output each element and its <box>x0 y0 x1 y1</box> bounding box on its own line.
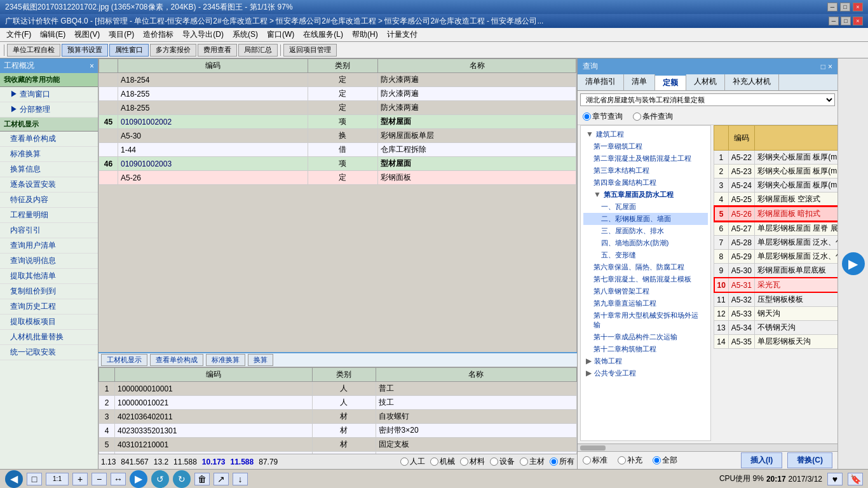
menu-view[interactable]: 视图(V) <box>71 28 104 41</box>
sub-table-row[interactable]: 5 403101210001 材 固定支板 <box>99 438 577 452</box>
sidebar-dept-organize[interactable]: ▶ 分部整理 <box>0 102 98 118</box>
sub-btn-price[interactable]: 查看单价构成 <box>150 354 203 366</box>
rt-row[interactable]: 3 A5-24 彩钢夹心板屋面 板厚(mm) 100 10m2 2324.1 2… <box>714 179 838 193</box>
radio-main-mat[interactable]: 主材 <box>520 456 545 467</box>
menu-import[interactable]: 导入导出(D) <box>179 28 227 41</box>
fit-btn[interactable]: □ <box>27 473 42 485</box>
rt-row[interactable]: 4 A5-25 彩钢屋面板 空滚式 10m2 625.36 570.27 <box>714 193 838 207</box>
table-row[interactable]: 1-44 借 仓库工程拆除 <box>99 143 576 157</box>
sidebar-unified[interactable]: 统一记取安装 <box>0 345 98 360</box>
rt-row[interactable]: 2 A5-23 彩钢夹心板屋面 板厚(mm) 75 10m2 2213.1 19… <box>714 165 838 179</box>
sub-btn-materials[interactable]: 工材机显示 <box>101 354 147 366</box>
rotate-left-btn[interactable]: ↺ <box>151 470 169 488</box>
table-row[interactable]: A18-255 定 防火漆两遍 <box>99 101 576 115</box>
zoom-ratio[interactable]: 1:1 <box>46 473 69 485</box>
tree-item-machinery[interactable]: 第十章常用大型机械安拆和场外运输 <box>583 309 708 331</box>
rt-row-highlighted[interactable]: 10 A5-31 采光瓦 10m2 609.46 557.29 <box>714 278 838 292</box>
sidebar-extract-other[interactable]: 提取其他清单 <box>0 269 98 284</box>
radio-all2[interactable]: 全部 <box>653 455 677 466</box>
tree-item-roof[interactable]: ▼第五章屋面及防水工程 <box>583 189 708 201</box>
sidebar-query-user[interactable]: 查询用户清单 <box>0 238 98 254</box>
sidebar-view-price[interactable]: 查看单价构成 <box>0 132 98 147</box>
quota-dropdown[interactable]: 湖北省房屋建筑与装饰工程消耗量定额 <box>580 93 835 106</box>
tree-item-secondary[interactable]: 第十一章成品构件二次运输 <box>583 331 708 343</box>
rt-row[interactable]: 12 A5-33 钢天沟 t 8163.27 7479.74 <box>714 307 838 321</box>
tree-item-structures[interactable]: 第十二章构筑物工程 <box>583 343 708 355</box>
radio-condition-search[interactable]: 条件查询 <box>633 111 673 122</box>
prev-nav-button[interactable]: ◀ <box>5 470 23 488</box>
rt-row[interactable]: 11 A5-32 压型钢板楼板 10m2 1080.74 984.56 <box>714 292 838 307</box>
btn-multi-plan[interactable]: 多方案报价 <box>150 44 196 57</box>
btn-fee-view[interactable]: 费用查看 <box>198 44 237 57</box>
tree-item-masonry[interactable]: 第一章砌筑工程 <box>583 140 708 152</box>
btn-partial-summary[interactable]: 局部汇总 <box>238 44 278 57</box>
download-btn[interactable]: ↓ <box>233 473 248 485</box>
table-row[interactable]: 45 010901002002 项 型材屋面 <box>99 115 576 129</box>
scrollbar-thumb[interactable] <box>580 445 606 451</box>
rt-row[interactable]: 7 A5-28 单层彩钢板屋面 泛水、包墙转角、山头 展开宽500mm 10m … <box>714 236 838 250</box>
menu-measure[interactable]: 计量支付 <box>383 28 421 41</box>
tab-list-guide[interactable]: 清单指引 <box>578 74 624 90</box>
delete-btn[interactable]: 🗑 <box>194 473 210 485</box>
tree-item-timber[interactable]: 第三章木结构工程 <box>583 165 708 177</box>
menu-file[interactable]: 文件(F) <box>3 28 35 41</box>
menu-price[interactable]: 造价指标 <box>139 28 177 41</box>
app-minimize[interactable]: ─ <box>829 17 839 25</box>
table-row[interactable]: A18-255 定 防火漆两遍 <box>99 87 576 101</box>
sidebar-qty-detail[interactable]: 工程量明细 <box>0 208 98 223</box>
sidebar-set-install[interactable]: 逐条设置安装 <box>0 177 98 193</box>
table-row[interactable]: A18-254 定 防火漆两遍 <box>99 73 576 87</box>
bookmark-btn[interactable]: 🔖 <box>848 473 863 485</box>
btn-property-window[interactable]: 属性窗口 <box>109 44 149 57</box>
h-scrollbar[interactable] <box>578 444 837 451</box>
sidebar-content-ref[interactable]: 内容引引 <box>0 223 98 238</box>
sub-btn-std-calc[interactable]: 标准换算 <box>206 354 245 366</box>
radio-material[interactable]: 材料 <box>460 456 485 467</box>
rt-row-selected[interactable]: 5 A5-26 彩钢屋面板 暗扣式 10m2 679.64 618.41 <box>714 207 838 221</box>
tree-item-waterproof[interactable]: 三、屋面防水、排水 <box>583 225 708 237</box>
query-close[interactable]: × <box>828 62 832 71</box>
tree-item-decoration[interactable]: ▶装饰工程 <box>583 355 708 367</box>
minimize-button[interactable]: ─ <box>827 3 837 11</box>
fit-width-btn[interactable]: ↔ <box>111 473 126 485</box>
sidebar-template[interactable]: 提取模板项目 <box>0 315 98 330</box>
btn-return[interactable]: 返回项目管理 <box>283 44 337 57</box>
sidebar-query-window[interactable]: ▶ 查询窗口 <box>0 87 98 102</box>
menu-online[interactable]: 在线服务(L) <box>299 28 347 41</box>
share-btn[interactable]: ↗ <box>214 473 229 485</box>
query-maximize[interactable]: □ <box>821 62 825 71</box>
heart-btn[interactable]: ♥ <box>827 473 843 485</box>
tree-item-vertical[interactable]: 第九章垂直运输工程 <box>583 297 708 309</box>
replace-button[interactable]: 替换(C) <box>787 452 832 468</box>
radio-labor[interactable]: 人工 <box>400 456 425 467</box>
sidebar-features[interactable]: 特征及内容 <box>0 193 98 208</box>
sub-table-row[interactable]: 2 100000010021 人 技工 <box>99 396 577 410</box>
maximize-button[interactable]: □ <box>840 3 850 11</box>
menu-project[interactable]: 项目(P) <box>105 28 138 41</box>
tree-item-tile-roof[interactable]: 一、瓦屋面 <box>583 201 708 213</box>
zoom-in-btn[interactable]: + <box>72 473 88 485</box>
tree-item-insulation[interactable]: 第六章保温、隔热、防腐工程 <box>583 261 708 273</box>
app-restore[interactable]: □ <box>841 17 851 25</box>
radio-standard[interactable]: 标准 <box>583 455 607 466</box>
radio-all[interactable]: 所有 <box>550 456 574 467</box>
tab-list[interactable]: 清单 <box>624 74 655 90</box>
rt-row[interactable]: 9 A5-30 彩钢屋面板单层底板 10m2 849.93 771.3 <box>714 264 838 278</box>
insert-button[interactable]: 插入(I) <box>741 452 782 468</box>
tree-item-metal[interactable]: 第四章金属结构工程 <box>583 177 708 189</box>
rt-row[interactable]: 1 A5-22 彩钢夹心板屋面 板厚(mm) 50 10m2 2101.66 1… <box>714 151 838 165</box>
sidebar-batch-replace[interactable]: 人材机批量替换 <box>0 330 98 345</box>
sub-table-row[interactable]: 1 1000000010001 人 普工 <box>99 382 577 396</box>
rotate-right-btn[interactable]: ↻ <box>173 470 191 488</box>
tab-quota[interactable]: 定额 <box>655 74 686 90</box>
sub-btn-calc[interactable]: 换算 <box>248 354 273 366</box>
tree-item-wall-waterproof[interactable]: 四、墙地面防水(防潮) <box>583 237 708 249</box>
table-row[interactable]: A5-26 定 彩钢面板 <box>99 171 576 185</box>
rt-row[interactable]: 14 A5-35 单层彩钢板天沟 10m 622.26 553.98 <box>714 335 838 349</box>
next-nav-button[interactable]: ▶ <box>130 470 147 488</box>
next-arrow[interactable]: ▶ <box>842 252 865 275</box>
table-row[interactable]: A5-30 换 彩钢屋面板单层 <box>99 129 576 143</box>
zoom-out-btn[interactable]: − <box>92 473 107 485</box>
rt-row[interactable]: 13 A5-34 不锈钢天沟 10m 1418.44 1253.99 <box>714 321 838 335</box>
btn-budget-settings[interactable]: 预算书设置 <box>62 44 108 57</box>
